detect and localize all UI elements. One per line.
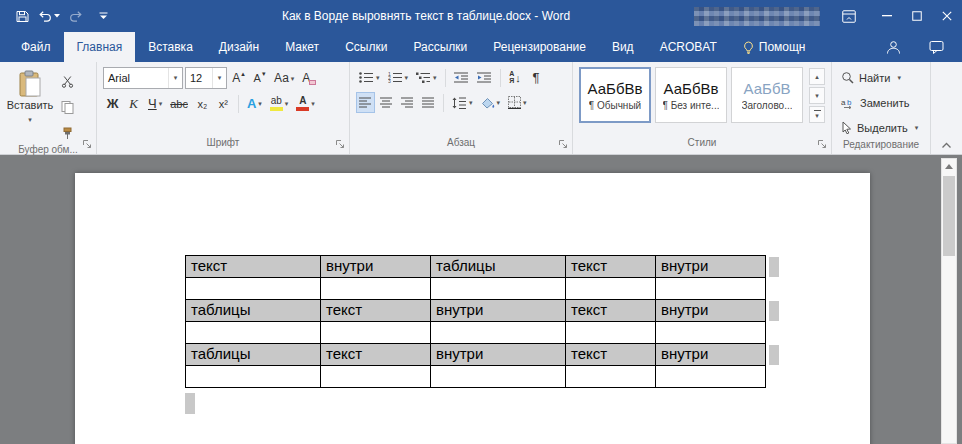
table-cell[interactable] (656, 278, 766, 300)
align-right-button[interactable] (398, 92, 417, 113)
tab-view[interactable]: Вид (599, 32, 647, 62)
shrink-font-button[interactable]: А (250, 68, 269, 89)
clear-formatting-button[interactable]: А (299, 68, 319, 89)
table-cell[interactable]: текст (566, 300, 656, 322)
customize-quick-access-button[interactable] (91, 3, 115, 29)
table-cell[interactable]: внутри (431, 300, 566, 322)
show-paragraph-marks-button[interactable]: ¶ (527, 67, 546, 88)
paragraph-dialog-launcher[interactable] (557, 138, 569, 150)
font-name-combobox[interactable]: Arial (103, 67, 183, 89)
document-area[interactable]: текствнутритаблицытекствнутритаблицытекс… (0, 155, 962, 444)
table-cell[interactable] (431, 322, 566, 344)
minimize-button[interactable] (872, 0, 902, 32)
document-page[interactable]: текствнутритаблицытекствнутритаблицытекс… (75, 173, 870, 444)
table-cell[interactable]: текст (321, 300, 431, 322)
style-normal[interactable]: АаБбВв¶ Обычный (579, 67, 651, 123)
table-cell[interactable]: внутри (656, 300, 766, 322)
tab-file[interactable]: Файл (8, 32, 64, 62)
shading-button[interactable] (478, 92, 504, 113)
redo-button[interactable] (64, 3, 88, 29)
align-left-button[interactable] (356, 92, 375, 113)
table-cell[interactable]: таблицы (186, 344, 321, 366)
tab-layout[interactable]: Макет (272, 32, 332, 62)
line-spacing-button[interactable] (449, 92, 476, 113)
bullet-list-button[interactable] (356, 67, 383, 88)
decrease-indent-button[interactable] (451, 67, 472, 88)
table-cell[interactable]: текст (566, 256, 656, 278)
paste-button[interactable]: Вставить (6, 67, 54, 144)
table-cell[interactable]: внутри (431, 344, 566, 366)
tab-acrobat[interactable]: ACROBAT (647, 32, 730, 62)
find-button[interactable]: Найти (841, 67, 926, 88)
tab-design[interactable]: Дизайн (206, 32, 272, 62)
numbered-list-button[interactable]: 123 (385, 67, 412, 88)
table-cell[interactable] (186, 278, 321, 300)
scrollbar-thumb[interactable] (943, 176, 955, 256)
select-button[interactable]: Выделить (841, 117, 926, 138)
table-cell[interactable]: текст (566, 344, 656, 366)
font-size-combobox[interactable]: 12 (185, 67, 227, 89)
account-person-icon[interactable] (886, 40, 901, 55)
table-cell[interactable] (186, 366, 321, 388)
multilevel-list-button[interactable] (413, 67, 440, 88)
underline-button[interactable]: Ч (145, 93, 165, 114)
format-painter-button[interactable] (58, 123, 77, 144)
superscript-button[interactable]: x² (214, 93, 233, 114)
borders-button[interactable] (505, 92, 530, 113)
highlight-color-button[interactable]: ab (267, 93, 292, 114)
change-case-button[interactable]: Аа (271, 68, 297, 89)
tab-insert[interactable]: Вставка (135, 32, 206, 62)
styles-more-button[interactable] (809, 106, 825, 123)
chevron-down-icon[interactable] (212, 68, 226, 88)
table-cell[interactable] (566, 278, 656, 300)
scroll-up-button[interactable] (942, 159, 956, 174)
font-color-button[interactable]: А (293, 93, 318, 114)
table-cell[interactable] (656, 322, 766, 344)
table-cell[interactable]: текст (321, 344, 431, 366)
clipboard-dialog-launcher[interactable] (81, 138, 93, 150)
table-cell[interactable]: внутри (656, 256, 766, 278)
table-cell[interactable] (566, 322, 656, 344)
table-cell[interactable]: таблицы (186, 300, 321, 322)
collapse-ribbon-button[interactable] (941, 142, 952, 149)
justify-button[interactable] (419, 92, 438, 113)
font-dialog-launcher[interactable] (334, 138, 346, 150)
undo-button[interactable] (37, 3, 61, 29)
save-button[interactable] (10, 3, 34, 29)
tab-references[interactable]: Ссылки (332, 32, 400, 62)
tab-help[interactable]: Помощн (730, 32, 819, 62)
replace-button[interactable]: ab Заменить (841, 92, 926, 113)
table-cell[interactable] (431, 366, 566, 388)
table-cell[interactable]: внутри (656, 344, 766, 366)
sort-button[interactable]: АЯ ↓ (506, 67, 525, 88)
maximize-button[interactable] (902, 0, 932, 32)
text-effects-button[interactable]: А (244, 93, 265, 114)
styles-scroll-down-button[interactable] (809, 87, 825, 104)
styles-scroll-up-button[interactable] (809, 68, 825, 85)
chevron-down-icon[interactable] (168, 68, 182, 88)
cut-button[interactable] (58, 71, 77, 92)
tab-mailings[interactable]: Рассылки (400, 32, 480, 62)
increase-indent-button[interactable] (474, 67, 495, 88)
table-cell[interactable] (566, 366, 656, 388)
subscript-button[interactable]: x₂ (193, 93, 212, 114)
table-cell[interactable] (321, 366, 431, 388)
ribbon-display-options-button[interactable] (834, 0, 864, 32)
table-cell[interactable] (656, 366, 766, 388)
close-button[interactable] (932, 0, 962, 32)
table-cell[interactable]: таблицы (431, 256, 566, 278)
vertical-scrollbar[interactable] (941, 158, 957, 444)
grow-font-button[interactable]: А (229, 68, 248, 89)
table-cell[interactable] (321, 322, 431, 344)
italic-button[interactable]: К (124, 93, 143, 114)
style-no-spacing[interactable]: АаБбВв¶ Без инте... (655, 67, 727, 123)
style-heading1[interactable]: АаБбВЗаголово... (731, 67, 803, 123)
bold-button[interactable]: Ж (103, 93, 122, 114)
copy-button[interactable] (58, 97, 77, 118)
strikethrough-button[interactable]: abc (167, 93, 191, 114)
tab-home[interactable]: Главная (64, 32, 136, 62)
tab-review[interactable]: Рецензирование (480, 32, 599, 62)
table-cell[interactable]: внутри (321, 256, 431, 278)
comments-icon[interactable] (929, 40, 944, 54)
align-center-button[interactable] (377, 92, 396, 113)
